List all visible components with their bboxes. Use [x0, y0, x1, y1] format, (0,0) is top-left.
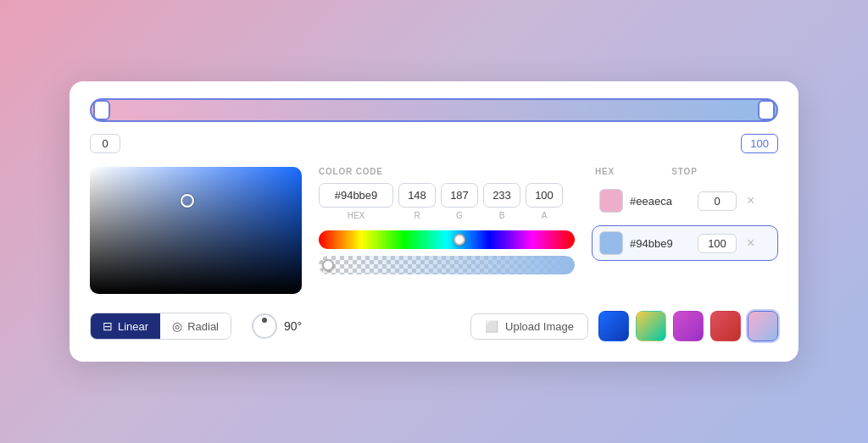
stop-row-2: ×: [592, 225, 778, 261]
preset-swatch-3[interactable]: [673, 311, 704, 341]
stops-hex-label: HEX: [595, 167, 615, 176]
upload-icon: ⬜: [485, 320, 498, 333]
r-label: R: [398, 211, 436, 220]
stops-header: HEX STOP: [592, 167, 778, 176]
color-inputs-row: [319, 183, 575, 208]
picker-cursor[interactable]: [181, 194, 194, 208]
color-inputs-labels: HEX R G B A: [319, 211, 575, 220]
alpha-track[interactable]: [319, 256, 575, 274]
a-label: A: [526, 211, 563, 220]
upload-label: Upload Image: [505, 320, 574, 333]
upload-button[interactable]: ⬜ Upload Image: [470, 313, 588, 340]
position-row: 0 100: [90, 134, 778, 153]
position-left[interactable]: 0: [90, 134, 120, 153]
r-input[interactable]: [398, 183, 436, 208]
gradient-handle-right[interactable]: [758, 100, 775, 120]
radial-label: Radial: [187, 320, 219, 333]
angle-dot: [262, 318, 267, 323]
angle-control: 90°: [252, 313, 302, 339]
stop-swatch-1[interactable]: [599, 189, 623, 213]
g-label: G: [441, 211, 478, 220]
b-label: B: [483, 211, 520, 220]
stop-hex-1[interactable]: [630, 195, 691, 208]
hex-input[interactable]: [319, 183, 393, 208]
stops-stop-label: STOP: [671, 167, 697, 176]
angle-circle[interactable]: [252, 313, 277, 339]
stop-value-2[interactable]: [698, 234, 737, 253]
angle-value: 90°: [284, 319, 302, 333]
color-picker-panel: 0 100 COLOR CODE HEX R G B A: [70, 81, 798, 362]
gradient-slider-wrap: [90, 98, 778, 122]
stop-swatch-2[interactable]: [599, 231, 623, 255]
linear-icon: ⊟: [103, 319, 113, 333]
stops-section: HEX STOP × ×: [592, 167, 778, 268]
g-input[interactable]: [441, 183, 478, 208]
hex-label: HEX: [319, 211, 393, 220]
color-picker-square[interactable]: [90, 167, 302, 294]
hue-handle[interactable]: [453, 234, 465, 246]
main-content: COLOR CODE HEX R G B A: [90, 167, 778, 294]
radial-button[interactable]: ◎ Radial: [160, 313, 231, 339]
alpha-gradient: [319, 256, 575, 274]
radial-icon: ◎: [172, 319, 182, 333]
position-right[interactable]: 100: [741, 134, 778, 153]
color-code-label: COLOR CODE: [319, 167, 575, 176]
stop-row-1: ×: [592, 183, 778, 219]
hue-track[interactable]: [319, 230, 575, 249]
color-code-section: COLOR CODE HEX R G B A: [319, 167, 575, 274]
gradient-track[interactable]: [90, 98, 778, 122]
gradient-handle-left[interactable]: [93, 100, 110, 120]
preset-swatch-2[interactable]: [636, 311, 666, 341]
stop-value-1[interactable]: [698, 191, 737, 211]
preset-swatch-1[interactable]: [598, 311, 629, 341]
type-buttons: ⊟ Linear ◎ Radial: [90, 313, 231, 340]
b-input[interactable]: [483, 183, 520, 208]
preset-swatch-5[interactable]: [748, 311, 778, 341]
preset-swatches: [598, 311, 778, 341]
linear-label: Linear: [118, 320, 148, 333]
hue-slider-wrap: [319, 230, 575, 249]
preset-swatch-4[interactable]: [710, 311, 741, 341]
alpha-handle[interactable]: [322, 259, 334, 271]
a-input[interactable]: [526, 183, 563, 208]
bottom-bar: ⊟ Linear ◎ Radial 90° ⬜ Upload Image: [90, 311, 778, 341]
stop-hex-2[interactable]: [630, 237, 691, 250]
stop-remove-1[interactable]: ×: [743, 192, 758, 209]
linear-button[interactable]: ⊟ Linear: [91, 313, 160, 339]
stop-remove-2[interactable]: ×: [743, 235, 758, 252]
